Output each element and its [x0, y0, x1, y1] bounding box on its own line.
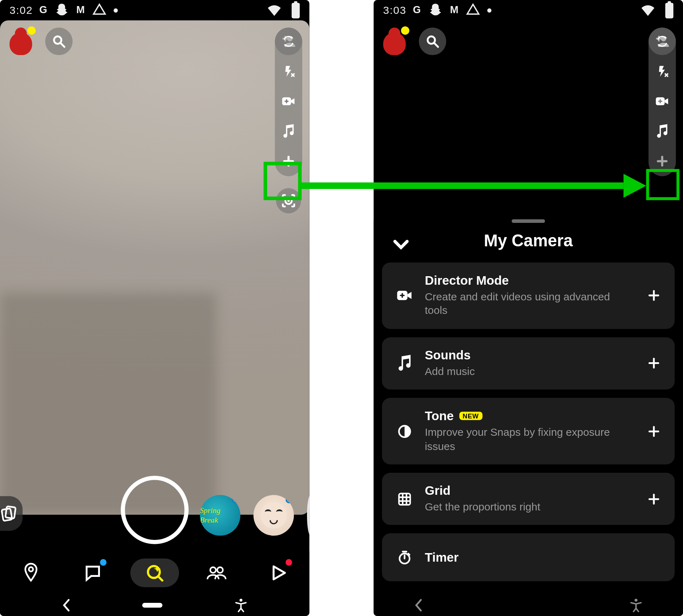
- timer-icon: [394, 544, 415, 571]
- accessibility-icon[interactable]: [627, 595, 645, 615]
- music-icon: [656, 123, 668, 140]
- lens-more[interactable]: [307, 495, 309, 536]
- add-button[interactable]: [645, 422, 663, 440]
- nav-chat[interactable]: [77, 561, 108, 585]
- bottom-navigation: [0, 551, 309, 594]
- sheet-item-timer[interactable]: Timer: [382, 534, 675, 582]
- camera-explore-icon: [144, 563, 165, 583]
- plus-icon: [656, 152, 668, 170]
- lens-spring-break[interactable]: Spring Break: [200, 495, 240, 536]
- accessibility-icon[interactable]: [232, 595, 250, 615]
- chat-icon: [84, 563, 102, 582]
- director-mode-icon: [282, 93, 295, 109]
- more-tools-button[interactable]: [280, 152, 297, 170]
- drive-icon: [466, 2, 481, 18]
- music-icon: [282, 123, 295, 140]
- card-subtitle: Improve your Snaps by fixing exposure is…: [425, 425, 635, 454]
- memories-button[interactable]: [0, 496, 23, 531]
- status-time: 3:03: [383, 4, 406, 16]
- cards-icon: [0, 505, 17, 523]
- collapse-sheet-button[interactable]: [388, 232, 414, 256]
- svg-line-3: [61, 43, 64, 47]
- search-icon: [425, 34, 440, 49]
- more-tools-button[interactable]: [653, 152, 671, 170]
- camera-viewport[interactable]: [0, 20, 309, 515]
- shutter-button[interactable]: [121, 476, 189, 544]
- svg-rect-1: [294, 1, 297, 4]
- svg-rect-19: [668, 1, 671, 4]
- new-badge: NEW: [459, 412, 483, 420]
- sheet-item-grid[interactable]: Grid Get the proportions right: [382, 473, 675, 525]
- sheet-item-tone[interactable]: Tone NEW Improve your Snaps by fixing ex…: [382, 398, 675, 465]
- android-gesture-bar: [374, 594, 683, 616]
- android-gesture-bar: [0, 594, 309, 616]
- sheet-item-sounds[interactable]: Sounds Add music: [382, 337, 675, 390]
- search-icon: [52, 34, 66, 49]
- grid-icon: [394, 486, 415, 511]
- scan-button[interactable]: [276, 188, 301, 213]
- flip-camera-button[interactable]: [653, 32, 671, 50]
- nav-camera[interactable]: [139, 561, 170, 585]
- battery-icon: [290, 1, 301, 19]
- director-mode-icon: [394, 284, 415, 307]
- nav-map[interactable]: [15, 561, 46, 585]
- search-button[interactable]: [45, 28, 73, 55]
- flash-button[interactable]: [280, 62, 297, 80]
- search-button[interactable]: [419, 28, 446, 55]
- google-g-icon: G: [39, 4, 48, 16]
- director-mode-button[interactable]: [280, 92, 297, 111]
- drive-icon: [92, 2, 107, 18]
- card-subtitle: Create and edit videos using advanced to…: [425, 290, 635, 318]
- add-button[interactable]: [645, 286, 663, 305]
- back-icon[interactable]: [412, 596, 425, 615]
- flip-camera-button[interactable]: [280, 32, 297, 50]
- status-dot-icon: [114, 8, 118, 12]
- profile-button[interactable]: [7, 28, 35, 55]
- notification-dot-icon: [100, 559, 106, 566]
- director-mode-icon: [656, 93, 668, 109]
- sheet-item-director[interactable]: Director Mode Create and edit videos usi…: [382, 262, 675, 329]
- add-button[interactable]: [645, 354, 663, 373]
- card-title: Director Mode: [425, 273, 509, 288]
- card-title: Sounds: [425, 348, 471, 362]
- card-subtitle: Get the proportions right: [425, 500, 635, 514]
- my-camera-sheet[interactable]: My Camera Director Mode Create and edit …: [374, 210, 683, 594]
- flip-camera-icon: [656, 33, 668, 50]
- gmail-m-icon: M: [450, 4, 459, 16]
- android-status-bar: 3:02 G M: [0, 0, 309, 20]
- plus-icon: [647, 424, 661, 438]
- nav-stories[interactable]: [201, 561, 232, 585]
- lens-label: Spring Break: [200, 506, 240, 525]
- status-dot-icon: [488, 8, 492, 12]
- flash-off-icon: [656, 63, 668, 80]
- svg-line-21: [434, 43, 438, 47]
- lens-new-dot-icon: [286, 496, 293, 503]
- profile-button[interactable]: [381, 28, 408, 55]
- back-icon[interactable]: [59, 596, 73, 615]
- flash-off-icon: [282, 63, 295, 80]
- lens-new-dot-icon: [232, 496, 239, 503]
- chevron-down-icon: [392, 236, 411, 253]
- google-g-icon: G: [413, 4, 422, 16]
- sounds-button[interactable]: [280, 122, 297, 140]
- sounds-button[interactable]: [653, 122, 671, 140]
- notification-dot-icon: [401, 26, 409, 35]
- notification-dot-icon: [286, 559, 292, 566]
- director-mode-button[interactable]: [653, 92, 671, 111]
- svg-rect-28: [399, 493, 410, 505]
- svg-point-12: [29, 567, 33, 572]
- sheet-drag-handle[interactable]: [512, 219, 545, 223]
- snapchat-ghost-icon: [54, 2, 70, 18]
- flip-camera-icon: [282, 33, 295, 50]
- nav-spotlight[interactable]: [263, 561, 294, 585]
- svg-point-17: [239, 599, 242, 601]
- flash-button[interactable]: [653, 62, 671, 80]
- card-subtitle: Add music: [425, 365, 635, 379]
- add-button[interactable]: [645, 490, 663, 508]
- svg-rect-0: [292, 3, 300, 18]
- lens-face[interactable]: [253, 495, 294, 536]
- status-time: 3:02: [10, 4, 33, 16]
- plus-icon: [282, 152, 295, 170]
- plus-icon: [647, 289, 661, 302]
- home-pill[interactable]: [142, 603, 163, 607]
